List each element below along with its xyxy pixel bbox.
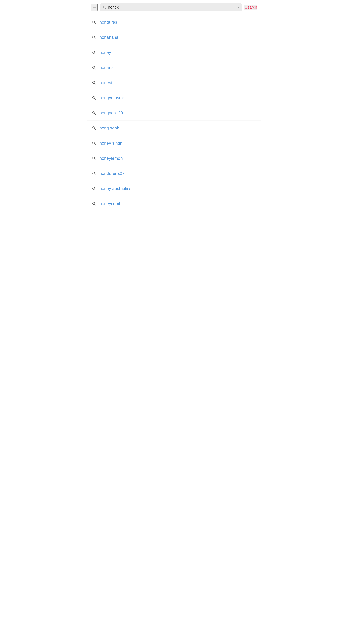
svg-line-1 [105, 8, 106, 9]
suggestion-search-icon [92, 186, 96, 190]
suggestion-item[interactable]: honduras [87, 15, 261, 30]
suggestion-item[interactable]: honey [87, 45, 261, 60]
suggestion-item[interactable]: honanana [87, 30, 261, 45]
svg-line-23 [95, 174, 96, 175]
suggestion-text: honana [99, 65, 114, 70]
suggestion-item[interactable]: hongyu.asmr [87, 90, 261, 106]
suggestion-search-icon [92, 126, 96, 130]
suggestion-item[interactable]: hondureña27 [87, 166, 261, 181]
back-button[interactable]: ← [91, 4, 98, 11]
svg-line-9 [95, 68, 96, 69]
suggestion-text: hondureña27 [99, 171, 125, 176]
suggestion-search-icon [92, 111, 96, 115]
suggestion-item[interactable]: hong seok [87, 120, 261, 136]
suggestion-item[interactable]: hongyan_20 [87, 106, 261, 120]
svg-line-19 [95, 144, 96, 145]
suggestion-text: honey [99, 50, 111, 55]
svg-line-13 [95, 98, 96, 100]
clear-button[interactable]: × [237, 5, 239, 10]
suggestion-text: honeycomb [99, 201, 121, 206]
suggestion-search-icon [92, 172, 96, 175]
suggestion-text: honey aesthetics [99, 186, 131, 191]
suggestion-text: honest [99, 80, 112, 85]
suggestion-search-icon [92, 141, 96, 145]
svg-line-17 [95, 129, 96, 130]
suggestion-item[interactable]: honana [87, 60, 261, 75]
suggestion-item[interactable]: honeycomb [87, 196, 261, 211]
svg-line-15 [95, 114, 96, 115]
suggestion-item[interactable]: honey aesthetics [87, 181, 261, 196]
suggestion-search-icon [92, 156, 96, 160]
svg-line-25 [95, 189, 96, 190]
suggestion-search-icon [92, 36, 96, 39]
search-bar: × [100, 3, 242, 12]
suggestion-search-icon [92, 202, 96, 206]
suggestion-text: honduras [99, 20, 117, 25]
search-bar-icon [103, 6, 106, 9]
suggestion-item[interactable]: honest [87, 75, 261, 90]
suggestions-list: honduras honanana honey honana honest ho… [87, 15, 261, 211]
back-arrow-icon: ← [92, 5, 97, 10]
suggestion-search-icon [92, 81, 96, 85]
suggestion-text: honeylemon [99, 156, 123, 161]
suggestion-search-icon [92, 96, 96, 100]
suggestion-search-icon [92, 20, 96, 24]
search-header: ← × Search [87, 0, 261, 15]
svg-line-7 [95, 53, 96, 54]
svg-line-11 [95, 84, 96, 84]
suggestion-text: honey singh [99, 141, 122, 146]
suggestion-item[interactable]: honeylemon [87, 151, 261, 166]
svg-line-3 [95, 23, 96, 24]
suggestion-text: hongyan_20 [99, 110, 123, 116]
suggestion-text: hongyu.asmr [99, 95, 124, 100]
search-input[interactable] [108, 5, 236, 10]
suggestion-item[interactable]: honey singh [87, 136, 261, 151]
svg-line-21 [95, 159, 96, 160]
svg-line-5 [95, 38, 96, 39]
suggestion-text: hong seok [99, 126, 119, 130]
suggestion-text: honanana [99, 35, 118, 40]
search-action-button[interactable]: Search [244, 4, 257, 10]
svg-line-27 [95, 204, 96, 206]
suggestion-search-icon [92, 66, 96, 70]
suggestion-search-icon [92, 50, 96, 54]
